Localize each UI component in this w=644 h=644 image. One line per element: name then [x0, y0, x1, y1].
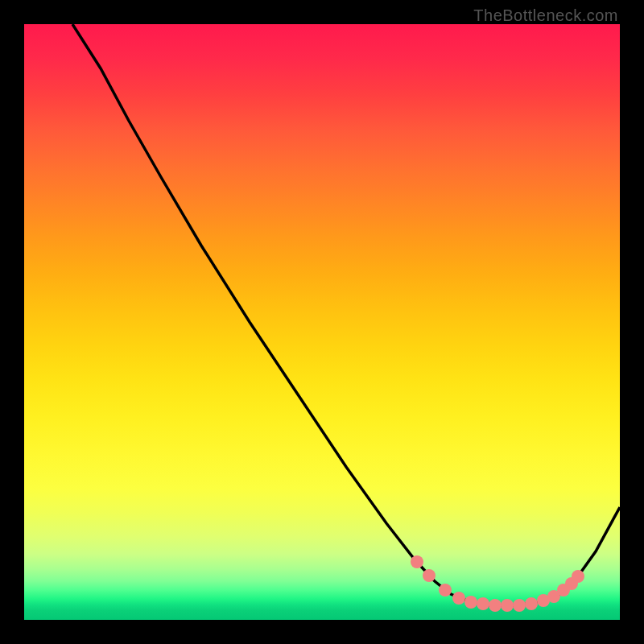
chart-container: TheBottleneck.com: [0, 0, 644, 644]
data-dot: [489, 599, 502, 612]
data-dot: [452, 592, 465, 605]
data-dot: [557, 584, 570, 597]
data-dot: [513, 599, 526, 612]
data-dot: [547, 590, 560, 603]
plot-area: [24, 24, 620, 620]
data-dot: [572, 570, 584, 583]
data-dot: [525, 597, 538, 610]
data-dot: [565, 577, 578, 590]
optimal-zone-dots: [411, 555, 584, 612]
bottleneck-curve: [72, 24, 620, 605]
data-dot: [464, 596, 477, 609]
data-dot: [477, 597, 489, 610]
chart-svg: [24, 24, 620, 620]
data-dot: [423, 569, 436, 582]
data-dot: [501, 599, 514, 612]
watermark-text: TheBottleneck.com: [473, 6, 618, 25]
data-dot: [537, 594, 550, 607]
data-dot: [411, 555, 423, 568]
data-dot: [439, 584, 452, 597]
